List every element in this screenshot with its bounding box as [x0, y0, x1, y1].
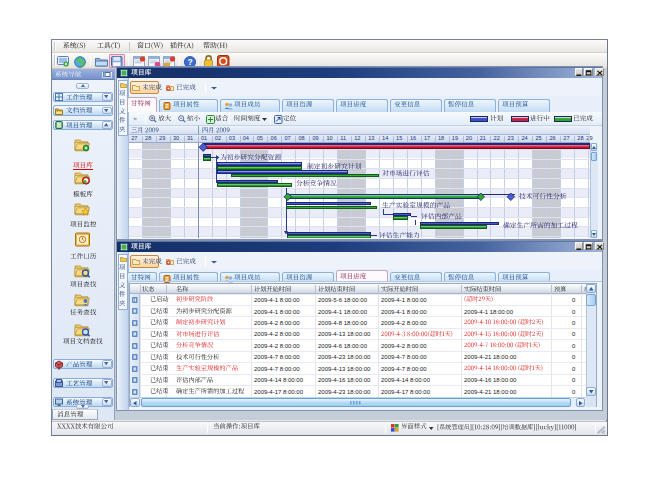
- svg-text:?: ?: [187, 57, 192, 67]
